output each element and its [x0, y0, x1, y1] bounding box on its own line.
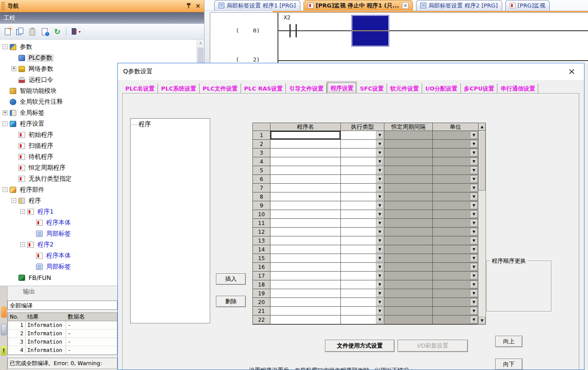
collapse-icon[interactable]: -: [11, 198, 16, 203]
unit-cell[interactable]: ▼: [433, 210, 478, 219]
program-name-cell[interactable]: [270, 236, 341, 245]
dialog-tab-多CPU设置[interactable]: 多CPU设置: [461, 83, 498, 93]
insert-button[interactable]: 插入: [216, 273, 246, 285]
program-name-cell[interactable]: [270, 184, 341, 192]
execution-type-cell[interactable]: ▼: [341, 254, 384, 263]
execution-type-cell[interactable]: ▼: [341, 184, 384, 192]
unit-cell[interactable]: ▼: [433, 201, 478, 210]
output-row[interactable]: 4Information-: [8, 346, 117, 355]
unit-dropdown-icon[interactable]: ▼: [470, 307, 478, 315]
execution-type-cell[interactable]: ▼: [341, 166, 384, 175]
execution-type-dropdown-icon[interactable]: ▼: [376, 175, 383, 183]
tab-close-icon[interactable]: ×: [402, 2, 409, 9]
output-row[interactable]: 3Information-: [8, 338, 117, 346]
move-up-button[interactable]: 向上: [495, 336, 522, 347]
execution-type-dropdown-icon[interactable]: ▼: [376, 237, 383, 244]
unit-dropdown-icon[interactable]: ▼: [470, 158, 478, 165]
execution-type-dropdown-icon[interactable]: ▼: [376, 158, 383, 165]
unit-cell[interactable]: ▼: [433, 149, 478, 157]
execution-type-dropdown-icon[interactable]: ▼: [376, 219, 383, 227]
execution-type-cell[interactable]: ▼: [341, 131, 384, 140]
execution-type-dropdown-icon[interactable]: ▼: [376, 272, 383, 279]
panel-grip[interactable]: [1, 2, 5, 10]
paste-icon[interactable]: [27, 26, 38, 37]
program-name-cell[interactable]: [270, 166, 341, 175]
execution-type-cell[interactable]: ▼: [341, 316, 384, 324]
unit-dropdown-icon[interactable]: ▼: [470, 202, 478, 209]
scroll-down-icon[interactable]: ▼: [478, 317, 486, 324]
docked-window-icon-2[interactable]: [1, 324, 7, 335]
unit-cell[interactable]: ▼: [433, 289, 478, 298]
refresh-icon[interactable]: ↻: [52, 26, 62, 37]
document-tab[interactable]: [PRG]监视: [505, 0, 550, 11]
unit-dropdown-icon[interactable]: ▼: [470, 237, 478, 244]
program-name-cell[interactable]: [270, 201, 341, 210]
unit-dropdown-icon[interactable]: ▼: [470, 210, 478, 218]
output-category-combobox[interactable]: 全部编译: [7, 301, 117, 310]
unit-cell[interactable]: ▼: [433, 157, 478, 166]
execution-type-cell[interactable]: ▼: [341, 307, 384, 316]
execution-type-dropdown-icon[interactable]: ▼: [376, 149, 383, 156]
unit-dropdown-icon[interactable]: ▼: [470, 175, 478, 183]
unit-dropdown-icon[interactable]: ▼: [470, 272, 478, 279]
dialog-tab-PLC系统设置[interactable]: PLC系统设置: [158, 83, 199, 93]
execution-type-dropdown-icon[interactable]: ▼: [376, 202, 383, 209]
program-name-cell[interactable]: [270, 245, 341, 254]
unit-cell[interactable]: ▼: [433, 280, 478, 289]
warning-icon[interactable]: !: [1, 346, 7, 355]
execution-type-cell[interactable]: ▼: [341, 228, 384, 236]
expand-icon[interactable]: +: [3, 110, 7, 115]
execution-type-cell[interactable]: ▼: [341, 236, 384, 245]
scrollbar-thumb[interactable]: [478, 131, 486, 191]
execution-type-cell[interactable]: ▼: [341, 140, 384, 149]
program-name-cell[interactable]: [270, 175, 341, 184]
program-name-cell[interactable]: [270, 210, 341, 219]
document-tab[interactable]: 局部标签设置 程序1 [PRG]: [214, 0, 300, 11]
unit-dropdown-icon[interactable]: ▼: [470, 254, 478, 262]
dialog-tab-PLC名设置[interactable]: PLC名设置: [122, 83, 158, 93]
dialog-tab-程序设置[interactable]: 程序设置: [327, 82, 357, 93]
unit-dropdown-icon[interactable]: ▼: [470, 219, 478, 227]
unit-dropdown-icon[interactable]: ▼: [470, 281, 478, 288]
unit-cell[interactable]: ▼: [433, 307, 478, 316]
unit-cell[interactable]: ▼: [433, 298, 478, 307]
dialog-tab-PLC文件设置[interactable]: PLC文件设置: [200, 83, 241, 93]
unit-cell[interactable]: ▼: [433, 263, 478, 272]
execution-type-cell[interactable]: ▼: [341, 272, 384, 280]
dialog-tab-引导文件设置[interactable]: 引导文件设置: [286, 83, 327, 93]
unit-dropdown-icon[interactable]: ▼: [470, 263, 478, 271]
program-name-cell[interactable]: [270, 263, 341, 272]
dialog-tab-SFC设置[interactable]: SFC设置: [357, 83, 387, 93]
execution-type-dropdown-icon[interactable]: ▼: [376, 281, 383, 288]
unit-cell[interactable]: ▼: [433, 316, 478, 324]
program-name-cell[interactable]: [270, 254, 341, 263]
unit-dropdown-icon[interactable]: ▼: [470, 184, 478, 192]
tree-item-参数[interactable]: -参数: [0, 41, 197, 52]
collapse-icon[interactable]: -: [3, 44, 7, 49]
execution-type-dropdown-icon[interactable]: ▼: [376, 254, 383, 262]
program-name-cell[interactable]: [270, 149, 341, 157]
program-name-cell[interactable]: [270, 157, 341, 166]
output-row[interactable]: 2Information-: [8, 330, 117, 338]
program-tree-root[interactable]: 程序: [131, 120, 209, 128]
execution-type-cell[interactable]: ▼: [341, 210, 384, 219]
unit-dropdown-icon[interactable]: ▼: [470, 167, 478, 174]
collapse-icon[interactable]: -: [20, 242, 25, 247]
program-name-cell[interactable]: [270, 298, 341, 307]
unit-cell[interactable]: ▼: [433, 166, 478, 175]
tree-item-PLC参数[interactable]: PLC参数: [0, 52, 197, 63]
program-name-cell[interactable]: [270, 219, 341, 228]
unit-cell[interactable]: ▼: [433, 228, 478, 236]
execution-type-dropdown-icon[interactable]: ▼: [376, 246, 383, 253]
program-name-cell[interactable]: [270, 316, 341, 324]
unit-cell[interactable]: ▼: [433, 184, 478, 192]
execution-type-dropdown-icon[interactable]: ▼: [376, 167, 383, 174]
execution-type-dropdown-icon[interactable]: ▼: [376, 140, 383, 148]
execution-type-cell[interactable]: ▼: [341, 192, 384, 201]
collapse-icon[interactable]: -: [3, 187, 7, 192]
execution-type-cell[interactable]: ▼: [341, 157, 384, 166]
new-item-icon[interactable]: +: [3, 26, 13, 37]
ladder-canvas[interactable]: ( 0) ( 2) X2: [210, 12, 588, 63]
execution-type-dropdown-icon[interactable]: ▼: [376, 228, 383, 236]
program-name-cell[interactable]: [270, 192, 341, 201]
